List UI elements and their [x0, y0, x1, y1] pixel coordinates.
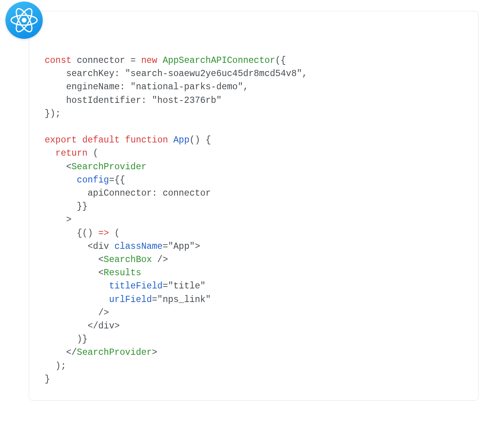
code-token [77, 135, 82, 145]
code-token: } [45, 374, 50, 384]
code-token: hostIdentifier: "host-2376rb" [45, 96, 221, 106]
code-token [45, 281, 109, 291]
code-token: => [98, 228, 109, 238]
code-token: connector [71, 56, 131, 66]
code-token: ="nps_link" [152, 295, 211, 305]
code-token [45, 148, 56, 158]
code-token: > [45, 215, 71, 225]
code-token: SearchBox [104, 255, 152, 265]
code-token: Results [104, 268, 141, 278]
code-token: </div> [45, 321, 120, 331]
code-token: ({ [275, 56, 286, 66]
code-token: config [77, 175, 109, 185]
svg-point-0 [22, 18, 26, 23]
code-token: function [125, 135, 168, 145]
code-token: > [152, 347, 157, 358]
code-token [45, 295, 109, 305]
code-token: = [131, 56, 141, 66]
code-token: AppSearchAPIConnector [163, 56, 275, 66]
code-token: ); [45, 361, 66, 371]
code-token: < [45, 268, 104, 278]
code-token: ( [87, 148, 98, 158]
code-token: className [114, 241, 162, 252]
code-token [45, 175, 77, 185]
code-token [45, 162, 66, 172]
code-token: App [173, 135, 189, 145]
code-token: new [141, 56, 157, 66]
code-token: }); [45, 109, 61, 119]
code-token: ( [109, 228, 120, 238]
code-token: <div [45, 241, 114, 252]
code-token: const [45, 56, 71, 66]
code-token: /> [45, 308, 109, 318]
code-token: ="title" [163, 281, 205, 291]
code-block: const connector = new AppSearchAPIConnec… [45, 54, 463, 386]
code-token [168, 135, 174, 145]
code-token: urlField [109, 295, 152, 305]
code-token: engineName: "national-parks-demo", [45, 82, 249, 92]
code-token: < [45, 255, 104, 265]
code-card: const connector = new AppSearchAPIConnec… [29, 11, 479, 401]
code-token [120, 135, 125, 145]
code-token: )} [45, 334, 87, 344]
code-token: < [66, 162, 71, 172]
code-token: ={{ [109, 175, 125, 185]
page-stage: const connector = new AppSearchAPIConnec… [0, 0, 498, 448]
code-token [157, 56, 163, 66]
code-token: export [45, 135, 77, 145]
code-token: SearchProvider [77, 347, 152, 358]
code-token: apiConnector: connector [45, 188, 211, 198]
code-token: SearchProvider [71, 162, 146, 172]
code-token: </ [45, 347, 77, 358]
code-token: () { [190, 135, 211, 145]
code-token: ="App"> [163, 241, 200, 252]
code-token: default [82, 135, 120, 145]
code-token: }} [45, 201, 87, 212]
code-token: searchKey: "search-soaewu2ye6uc45dr8mcd5… [45, 69, 307, 79]
react-logo-svg [10, 7, 38, 34]
code-token: titleField [109, 281, 163, 291]
code-token: return [56, 148, 88, 158]
react-icon [5, 2, 43, 39]
code-token: /> [152, 255, 168, 265]
code-token: {() [45, 228, 98, 238]
